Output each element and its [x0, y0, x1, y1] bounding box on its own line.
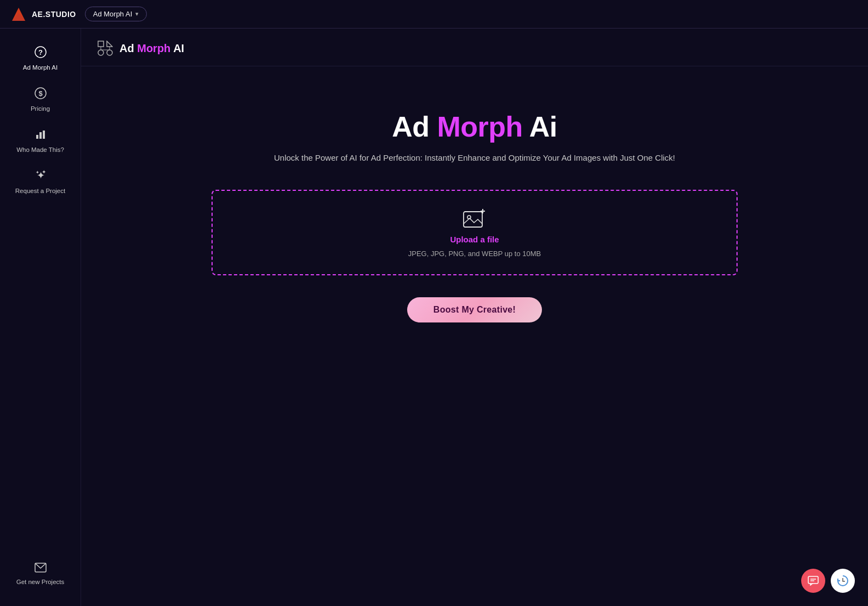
page-title: Ad Morph AI: [119, 42, 184, 55]
sidebar-item-pricing[interactable]: $ Pricing: [8, 81, 73, 120]
svg-text:$: $: [38, 89, 43, 98]
sidebar-item-who-made-this[interactable]: Who Made This?: [8, 122, 73, 161]
sidebar-item-pricing-label: Pricing: [31, 105, 50, 113]
sidebar-item-ad-morph-ai-label: Ad Morph AI: [23, 64, 58, 72]
svg-rect-6: [36, 135, 38, 139]
svg-marker-14: [107, 41, 112, 47]
logo-text: AE.STUDIO: [32, 10, 76, 19]
sparkles-icon: ✦ ✦ ✦: [35, 169, 47, 184]
upload-zone[interactable]: Upload a file JPEG, JPG, PNG, and WEBP u…: [212, 190, 738, 275]
active-tool-pill[interactable]: Ad Morph AI ▾: [85, 7, 147, 21]
logo-area: AE.STUDIO: [10, 5, 76, 23]
page-header: Ad Morph AI: [81, 29, 868, 66]
svg-text:✦: ✦: [42, 169, 46, 175]
svg-point-15: [98, 50, 104, 55]
upload-hint: JPEG, JPG, PNG, and WEBP up to 10MB: [408, 250, 541, 258]
boost-button[interactable]: Boost My Creative!: [407, 297, 542, 322]
bottom-right-buttons: [801, 569, 855, 593]
question-icon: ?: [35, 46, 47, 61]
svg-text:✦: ✦: [35, 170, 39, 175]
mail-icon: [35, 563, 47, 575]
sidebar-item-who-made-this-label: Who Made This?: [16, 146, 64, 154]
ae-studio-logo-icon: [10, 5, 27, 23]
hero-subtitle: Unlock the Power of AI for Ad Perfection…: [274, 153, 675, 162]
recaptcha-button[interactable]: [831, 569, 855, 593]
sidebar-item-request-project[interactable]: ✦ ✦ ✦ Request a Project: [8, 163, 73, 202]
hero-title-morph: Morph: [437, 111, 522, 143]
chevron-down-icon: ▾: [135, 10, 139, 18]
svg-rect-7: [39, 132, 42, 139]
svg-rect-8: [43, 131, 45, 139]
topnav: AE.STUDIO Ad Morph AI ▾: [0, 0, 868, 29]
recaptcha-icon: [836, 574, 849, 587]
dollar-icon: $: [35, 87, 47, 102]
hero-section: Ad Morph Ai Unlock the Power of AI for A…: [81, 66, 868, 606]
sidebar-item-get-new-projects-label: Get new Projects: [16, 578, 65, 586]
sidebar: ? Ad Morph AI $ Pricing Who Made This?: [0, 29, 81, 606]
svg-point-16: [107, 50, 112, 55]
sidebar-bottom: Get new Projects: [0, 556, 81, 595]
upload-image-icon: [462, 207, 487, 229]
sidebar-item-request-project-label: Request a Project: [15, 187, 65, 195]
feedback-button[interactable]: [801, 569, 825, 593]
active-tool-label: Ad Morph AI: [93, 10, 133, 18]
svg-rect-24: [808, 576, 818, 584]
hero-title-ad: Ad: [392, 111, 437, 143]
page-header-icon: [98, 41, 113, 56]
svg-text:?: ?: [38, 48, 43, 56]
svg-rect-13: [98, 41, 104, 47]
upload-label: Upload a file: [450, 235, 499, 244]
chart-icon: [35, 128, 47, 143]
page-title-morph: Morph: [137, 42, 170, 54]
sidebar-item-ad-morph-ai[interactable]: ? Ad Morph AI: [8, 39, 73, 78]
svg-rect-20: [464, 212, 482, 227]
hero-title-ai: Ai: [523, 111, 557, 143]
page-title-ai: AI: [170, 42, 184, 54]
chat-icon: [808, 576, 819, 586]
page-title-ad: Ad: [119, 42, 137, 54]
hero-title: Ad Morph Ai: [392, 110, 557, 143]
main-content: Ad Morph AI Ad Morph Ai Unlock the Power…: [81, 29, 868, 606]
sidebar-item-get-new-projects[interactable]: Get new Projects: [8, 556, 73, 593]
